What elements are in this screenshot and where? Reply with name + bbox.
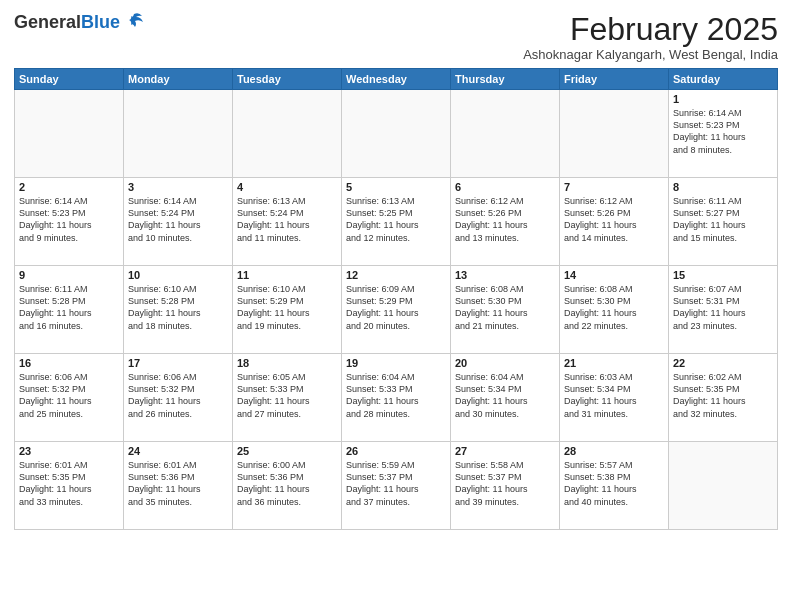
day-number: 4 — [237, 181, 337, 193]
day-info: Sunrise: 6:14 AM Sunset: 5:23 PM Dayligh… — [673, 107, 773, 156]
table-row: 13Sunrise: 6:08 AM Sunset: 5:30 PM Dayli… — [451, 266, 560, 354]
calendar-week-row: 1Sunrise: 6:14 AM Sunset: 5:23 PM Daylig… — [15, 90, 778, 178]
day-number: 18 — [237, 357, 337, 369]
table-row — [15, 90, 124, 178]
day-number: 20 — [455, 357, 555, 369]
table-row: 24Sunrise: 6:01 AM Sunset: 5:36 PM Dayli… — [124, 442, 233, 530]
day-info: Sunrise: 6:08 AM Sunset: 5:30 PM Dayligh… — [564, 283, 664, 332]
table-row: 19Sunrise: 6:04 AM Sunset: 5:33 PM Dayli… — [342, 354, 451, 442]
table-row: 5Sunrise: 6:13 AM Sunset: 5:25 PM Daylig… — [342, 178, 451, 266]
table-row: 16Sunrise: 6:06 AM Sunset: 5:32 PM Dayli… — [15, 354, 124, 442]
day-info: Sunrise: 6:14 AM Sunset: 5:24 PM Dayligh… — [128, 195, 228, 244]
logo-bird-icon — [123, 10, 145, 32]
day-number: 6 — [455, 181, 555, 193]
table-row — [124, 90, 233, 178]
calendar-week-row: 2Sunrise: 6:14 AM Sunset: 5:23 PM Daylig… — [15, 178, 778, 266]
day-info: Sunrise: 5:59 AM Sunset: 5:37 PM Dayligh… — [346, 459, 446, 508]
col-thursday: Thursday — [451, 69, 560, 90]
day-number: 2 — [19, 181, 119, 193]
col-saturday: Saturday — [669, 69, 778, 90]
table-row — [451, 90, 560, 178]
day-number: 17 — [128, 357, 228, 369]
table-row — [233, 90, 342, 178]
page: GeneralBlue February 2025 Ashoknagar Kal… — [0, 0, 792, 612]
title-block: February 2025 Ashoknagar Kalyangarh, Wes… — [523, 12, 778, 62]
day-info: Sunrise: 6:03 AM Sunset: 5:34 PM Dayligh… — [564, 371, 664, 420]
header: GeneralBlue February 2025 Ashoknagar Kal… — [14, 12, 778, 62]
day-number: 14 — [564, 269, 664, 281]
day-number: 9 — [19, 269, 119, 281]
day-info: Sunrise: 6:04 AM Sunset: 5:33 PM Dayligh… — [346, 371, 446, 420]
day-info: Sunrise: 6:06 AM Sunset: 5:32 PM Dayligh… — [128, 371, 228, 420]
day-number: 26 — [346, 445, 446, 457]
day-info: Sunrise: 6:13 AM Sunset: 5:25 PM Dayligh… — [346, 195, 446, 244]
day-number: 3 — [128, 181, 228, 193]
day-info: Sunrise: 6:11 AM Sunset: 5:28 PM Dayligh… — [19, 283, 119, 332]
day-info: Sunrise: 5:57 AM Sunset: 5:38 PM Dayligh… — [564, 459, 664, 508]
table-row: 15Sunrise: 6:07 AM Sunset: 5:31 PM Dayli… — [669, 266, 778, 354]
day-number: 25 — [237, 445, 337, 457]
calendar-week-row: 9Sunrise: 6:11 AM Sunset: 5:28 PM Daylig… — [15, 266, 778, 354]
col-monday: Monday — [124, 69, 233, 90]
day-number: 22 — [673, 357, 773, 369]
calendar-week-row: 23Sunrise: 6:01 AM Sunset: 5:35 PM Dayli… — [15, 442, 778, 530]
table-row: 17Sunrise: 6:06 AM Sunset: 5:32 PM Dayli… — [124, 354, 233, 442]
day-number: 12 — [346, 269, 446, 281]
calendar-table: Sunday Monday Tuesday Wednesday Thursday… — [14, 68, 778, 530]
day-number: 28 — [564, 445, 664, 457]
day-number: 23 — [19, 445, 119, 457]
col-wednesday: Wednesday — [342, 69, 451, 90]
month-title: February 2025 — [523, 12, 778, 47]
table-row: 28Sunrise: 5:57 AM Sunset: 5:38 PM Dayli… — [560, 442, 669, 530]
col-tuesday: Tuesday — [233, 69, 342, 90]
table-row: 12Sunrise: 6:09 AM Sunset: 5:29 PM Dayli… — [342, 266, 451, 354]
logo-blue-text: Blue — [81, 12, 120, 32]
table-row: 6Sunrise: 6:12 AM Sunset: 5:26 PM Daylig… — [451, 178, 560, 266]
location: Ashoknagar Kalyangarh, West Bengal, Indi… — [523, 47, 778, 62]
day-info: Sunrise: 6:06 AM Sunset: 5:32 PM Dayligh… — [19, 371, 119, 420]
table-row — [342, 90, 451, 178]
day-info: Sunrise: 6:02 AM Sunset: 5:35 PM Dayligh… — [673, 371, 773, 420]
table-row: 1Sunrise: 6:14 AM Sunset: 5:23 PM Daylig… — [669, 90, 778, 178]
table-row: 21Sunrise: 6:03 AM Sunset: 5:34 PM Dayli… — [560, 354, 669, 442]
table-row: 20Sunrise: 6:04 AM Sunset: 5:34 PM Dayli… — [451, 354, 560, 442]
table-row: 25Sunrise: 6:00 AM Sunset: 5:36 PM Dayli… — [233, 442, 342, 530]
day-info: Sunrise: 6:11 AM Sunset: 5:27 PM Dayligh… — [673, 195, 773, 244]
table-row — [560, 90, 669, 178]
day-info: Sunrise: 6:08 AM Sunset: 5:30 PM Dayligh… — [455, 283, 555, 332]
day-info: Sunrise: 6:14 AM Sunset: 5:23 PM Dayligh… — [19, 195, 119, 244]
logo: GeneralBlue — [14, 12, 145, 32]
col-sunday: Sunday — [15, 69, 124, 90]
day-info: Sunrise: 6:05 AM Sunset: 5:33 PM Dayligh… — [237, 371, 337, 420]
day-number: 21 — [564, 357, 664, 369]
table-row: 3Sunrise: 6:14 AM Sunset: 5:24 PM Daylig… — [124, 178, 233, 266]
table-row: 7Sunrise: 6:12 AM Sunset: 5:26 PM Daylig… — [560, 178, 669, 266]
day-number: 11 — [237, 269, 337, 281]
table-row: 9Sunrise: 6:11 AM Sunset: 5:28 PM Daylig… — [15, 266, 124, 354]
day-number: 19 — [346, 357, 446, 369]
table-row: 2Sunrise: 6:14 AM Sunset: 5:23 PM Daylig… — [15, 178, 124, 266]
table-row: 4Sunrise: 6:13 AM Sunset: 5:24 PM Daylig… — [233, 178, 342, 266]
table-row: 8Sunrise: 6:11 AM Sunset: 5:27 PM Daylig… — [669, 178, 778, 266]
table-row: 10Sunrise: 6:10 AM Sunset: 5:28 PM Dayli… — [124, 266, 233, 354]
day-number: 5 — [346, 181, 446, 193]
calendar-header-row: Sunday Monday Tuesday Wednesday Thursday… — [15, 69, 778, 90]
col-friday: Friday — [560, 69, 669, 90]
calendar-week-row: 16Sunrise: 6:06 AM Sunset: 5:32 PM Dayli… — [15, 354, 778, 442]
table-row: 11Sunrise: 6:10 AM Sunset: 5:29 PM Dayli… — [233, 266, 342, 354]
table-row: 18Sunrise: 6:05 AM Sunset: 5:33 PM Dayli… — [233, 354, 342, 442]
logo-general-text: General — [14, 12, 81, 32]
day-info: Sunrise: 6:01 AM Sunset: 5:35 PM Dayligh… — [19, 459, 119, 508]
day-number: 16 — [19, 357, 119, 369]
day-info: Sunrise: 6:00 AM Sunset: 5:36 PM Dayligh… — [237, 459, 337, 508]
day-info: Sunrise: 6:04 AM Sunset: 5:34 PM Dayligh… — [455, 371, 555, 420]
table-row — [669, 442, 778, 530]
table-row: 26Sunrise: 5:59 AM Sunset: 5:37 PM Dayli… — [342, 442, 451, 530]
day-info: Sunrise: 6:07 AM Sunset: 5:31 PM Dayligh… — [673, 283, 773, 332]
day-number: 24 — [128, 445, 228, 457]
day-info: Sunrise: 6:01 AM Sunset: 5:36 PM Dayligh… — [128, 459, 228, 508]
day-info: Sunrise: 6:13 AM Sunset: 5:24 PM Dayligh… — [237, 195, 337, 244]
day-info: Sunrise: 6:12 AM Sunset: 5:26 PM Dayligh… — [455, 195, 555, 244]
table-row: 22Sunrise: 6:02 AM Sunset: 5:35 PM Dayli… — [669, 354, 778, 442]
day-info: Sunrise: 6:09 AM Sunset: 5:29 PM Dayligh… — [346, 283, 446, 332]
